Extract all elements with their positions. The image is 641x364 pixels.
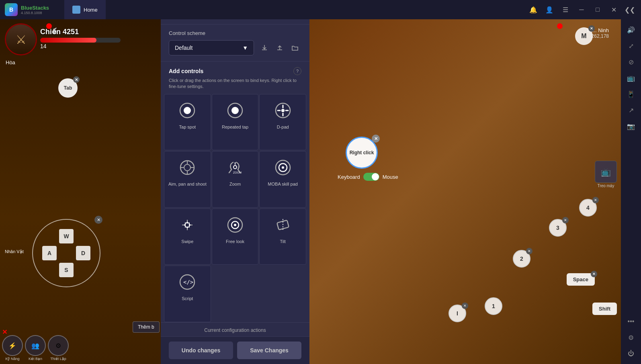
num1-right-button[interactable]: 1 (485, 297, 502, 315)
maximize-button[interactable]: □ (591, 3, 604, 16)
share-button[interactable]: ↗ (624, 103, 638, 117)
treo-may-icon[interactable]: 📺 (595, 161, 617, 183)
dots-button[interactable]: ••• (624, 314, 638, 329)
shift-key-button[interactable]: Shift (592, 303, 617, 315)
help-button[interactable]: ? (293, 67, 301, 75)
control-aim-pan-shoot[interactable]: Aim, pan and shoot (164, 151, 211, 208)
num4-close[interactable]: ✕ (592, 197, 599, 203)
treo-may-control[interactable]: 📺 Treo máy (595, 161, 617, 188)
num4-key-control[interactable]: 4 ✕ (579, 199, 597, 217)
right-click-popup: Right click ✕ Keyboard Mouse (346, 137, 378, 169)
tv-button[interactable]: 📺 (624, 71, 638, 85)
space-key-control[interactable]: Space ✕ (567, 273, 595, 286)
arrows-button[interactable]: ⤢ (624, 39, 638, 53)
add-controls-desc: Click or drag the actions on the screen … (169, 78, 301, 90)
m-key-close[interactable]: ✕ (588, 25, 595, 32)
add-controls-section: Add controls ? Click or drag the actions… (161, 61, 309, 94)
svg-point-20 (234, 224, 236, 226)
control-d-pad[interactable]: D-pad (259, 94, 306, 151)
right-sidebar: 🔊 ⤢ ⊘ 📺 📱 ↗ 📷 ••• ⚙ ⏻ (621, 19, 641, 364)
ky-nang-item[interactable]: ⚡ Kỹ Năng (2, 335, 23, 361)
control-swipe[interactable]: Swipe (164, 209, 211, 265)
menu-button[interactable]: ☰ (559, 3, 572, 16)
user-button[interactable]: 👤 (543, 3, 556, 16)
num3-close[interactable]: ✕ (562, 217, 569, 223)
space-key-close[interactable]: ✕ (591, 271, 597, 277)
export-button[interactable] (273, 41, 286, 54)
health-fill (40, 38, 96, 43)
advanced-controls-panel: Advanced game controls ✕ Control scheme … (161, 0, 309, 364)
toggle-knob (372, 173, 379, 180)
thiet-lap-icon[interactable]: ⚙ (48, 335, 69, 356)
scheme-controls: Default ▼ (169, 40, 301, 55)
control-zoom[interactable]: ZOOM Zoom (212, 151, 259, 208)
ky-nang-label: Kỹ Năng (5, 357, 19, 361)
control-moba-skill-pad[interactable]: MOBA skill pad (259, 151, 306, 208)
control-script[interactable]: </> Script (164, 266, 211, 322)
folder-button[interactable] (289, 41, 301, 54)
wasd-close[interactable]: ✕ (94, 216, 102, 224)
a-key[interactable]: A (42, 246, 57, 260)
slash-button[interactable]: ⊘ (624, 55, 638, 69)
num-i-key-control[interactable]: I ✕ (448, 305, 466, 322)
phone-button[interactable]: 📱 (624, 87, 638, 101)
them-b-button[interactable]: Thêm b (133, 321, 160, 333)
svg-point-7 (184, 164, 190, 171)
swipe-icon (178, 215, 197, 235)
right-click-close[interactable]: ✕ (372, 135, 380, 143)
shift-key-control[interactable]: Shift (592, 303, 617, 315)
gear-button[interactable]: ⚙ (624, 330, 638, 345)
aim-pan-shoot-icon (178, 158, 197, 177)
tap-spot-icon (178, 101, 197, 120)
health-bar (40, 38, 121, 43)
minimize-button[interactable]: ─ (575, 3, 588, 16)
control-tap-spot[interactable]: Tap spot (164, 94, 211, 151)
moba-skill-pad-label: MOBA skill pad (268, 181, 298, 187)
topbar-controls: 🔔 👤 ☰ ─ □ ✕ ❮❮ (527, 3, 641, 16)
scheme-dropdown[interactable]: Default ▼ (169, 40, 254, 55)
health-bar-container: Chiến 4251 14 (40, 27, 121, 50)
keyboard-mouse-toggle: Keyboard Mouse (338, 173, 398, 181)
ket-ban-icon[interactable]: 👥 (25, 335, 46, 356)
current-config-section: Current configuration actions (161, 322, 309, 336)
control-repeated-tap[interactable]: Repeated tap (212, 94, 259, 151)
wasd-pad[interactable]: ✕ W A S D (32, 219, 100, 287)
w-key[interactable]: W (59, 229, 74, 243)
undo-button[interactable]: Undo changes (169, 342, 233, 359)
them-b-section[interactable]: Thêm b (133, 321, 160, 333)
ket-ban-item[interactable]: 👥 Kết Bạn (25, 335, 46, 361)
expand-button[interactable]: ❮❮ (623, 3, 636, 16)
right-click-bubble[interactable]: Right click ✕ (346, 137, 378, 169)
d-key[interactable]: D (76, 246, 90, 260)
toggle-switch[interactable] (363, 173, 379, 181)
num1-right-key-control[interactable]: 1 (485, 297, 502, 315)
thiet-lap-item[interactable]: ⚙ Thiết Lập (48, 335, 69, 361)
tilt-label: Tilt (280, 239, 286, 244)
ky-nang-icon[interactable]: ⚡ (2, 335, 23, 356)
control-free-look[interactable]: Free look (212, 209, 259, 265)
num2-key-control[interactable]: 2 ✕ (513, 250, 530, 268)
control-tilt[interactable]: Tilt (259, 209, 306, 265)
add-controls-title: Add controls (169, 68, 203, 74)
import-button[interactable] (258, 41, 271, 54)
tab-key-control[interactable]: Tab ✕ (58, 78, 78, 98)
treo-may-label: Treo máy (595, 184, 617, 188)
volume-button[interactable]: 🔊 (624, 22, 638, 37)
close-button[interactable]: ✕ (607, 3, 620, 16)
num3-key-control[interactable]: 3 ✕ (549, 219, 567, 237)
save-button[interactable]: Save Changes (237, 342, 301, 359)
m-key-control[interactable]: M ✕ (575, 27, 593, 45)
script-label: Script (182, 296, 193, 301)
home-tab[interactable]: Home (64, 0, 106, 19)
num-i-close[interactable]: ✕ (462, 303, 468, 309)
s-key[interactable]: S (59, 263, 74, 277)
num2-close[interactable]: ✕ (526, 248, 532, 254)
bell-button[interactable]: 🔔 (527, 3, 540, 16)
power-button[interactable]: ⏻ (624, 346, 638, 361)
tab-key-close[interactable]: ✕ (73, 76, 80, 83)
tab-key-circle[interactable]: Tab ✕ (58, 78, 78, 98)
space-key-button[interactable]: Space ✕ (567, 273, 595, 286)
m-key-button[interactable]: M ✕ (575, 27, 593, 45)
camera-button[interactable]: 📷 (624, 119, 638, 133)
player-level: 14 (40, 43, 47, 49)
